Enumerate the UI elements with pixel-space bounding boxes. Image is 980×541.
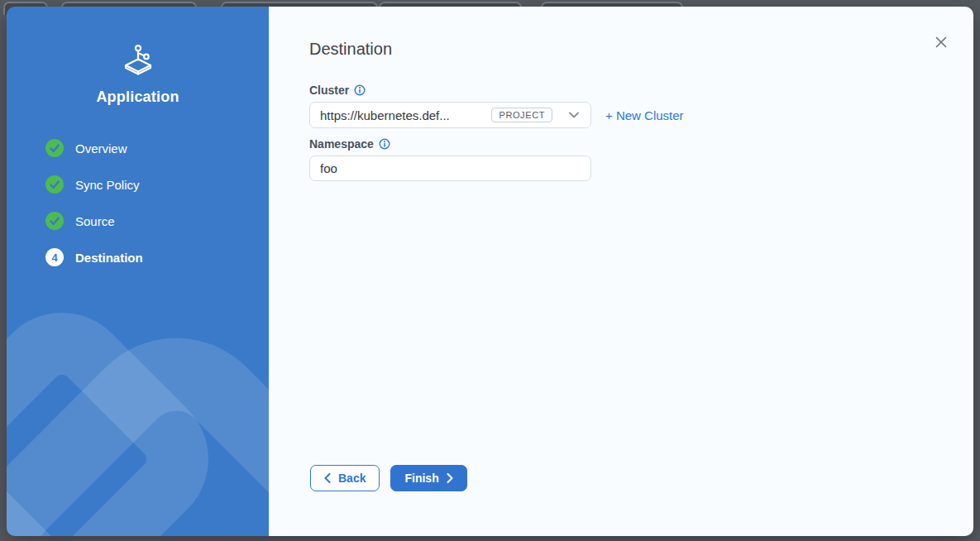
chevron-right-icon — [447, 473, 453, 483]
cluster-label-text: Cluster — [309, 84, 349, 97]
finish-button-label: Finish — [404, 472, 438, 485]
cluster-label: Cluster — [309, 84, 934, 97]
cluster-select-value: https://kubernetes.def... — [320, 108, 491, 122]
step-label: Overview — [75, 141, 127, 156]
wizard-sidebar: Application Overview Sync Policy — [7, 7, 269, 536]
step-label: Sync Policy — [75, 178, 140, 192]
page-title: Destination — [309, 38, 934, 60]
chevron-left-icon — [324, 473, 331, 483]
step-label: Destination — [75, 251, 143, 265]
project-badge: PROJECT — [491, 108, 552, 122]
chevron-down-icon — [569, 112, 579, 118]
step-label: Source — [75, 214, 115, 228]
application-wizard-dialog: Application Overview Sync Policy — [7, 7, 973, 536]
check-circle-icon — [45, 212, 64, 230]
info-icon[interactable] — [379, 138, 390, 150]
step-overview[interactable]: Overview — [45, 139, 269, 157]
check-circle-icon — [45, 175, 64, 194]
back-button-label: Back — [338, 472, 366, 485]
back-button[interactable]: Back — [310, 465, 380, 491]
step-destination[interactable]: 4 Destination — [45, 248, 269, 266]
application-icon — [122, 43, 154, 76]
step-source[interactable]: Source — [45, 212, 269, 230]
cluster-row: https://kubernetes.def... PROJECT + New … — [309, 102, 934, 128]
cluster-select[interactable]: https://kubernetes.def... PROJECT — [309, 102, 591, 128]
close-button[interactable] — [933, 34, 949, 50]
wizard-title: Application — [7, 89, 269, 106]
check-circle-icon — [45, 139, 64, 157]
namespace-input[interactable] — [309, 156, 591, 181]
namespace-label: Namespace — [309, 137, 934, 151]
wizard-buttons: Back Finish — [309, 465, 934, 491]
namespace-label-text: Namespace — [309, 137, 374, 151]
finish-button[interactable]: Finish — [390, 465, 466, 491]
step-number-badge: 4 — [45, 248, 64, 266]
info-icon[interactable] — [354, 84, 366, 96]
close-icon — [935, 36, 947, 48]
wizard-steps: Overview Sync Policy Source — [7, 139, 269, 266]
step-sync-policy[interactable]: Sync Policy — [45, 175, 269, 194]
destination-step-panel: Destination Cluster https://kubernetes.d… — [269, 7, 973, 536]
new-cluster-link[interactable]: + New Cluster — [605, 108, 684, 122]
